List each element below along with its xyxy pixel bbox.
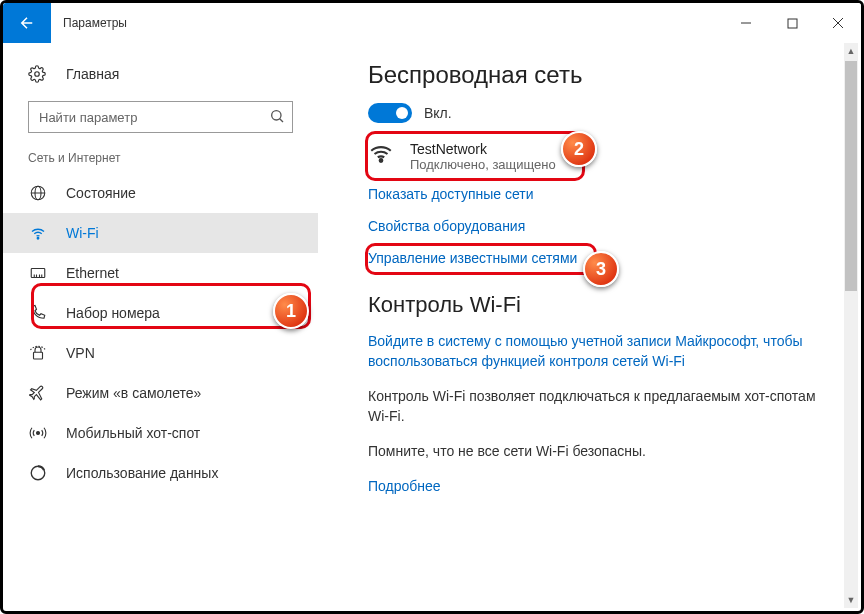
svg-point-4 [35,72,40,77]
category-label: Сеть и Интернет [3,147,318,173]
close-button[interactable] [815,3,861,43]
globe-icon [28,184,48,202]
annotation-badge-3: 3 [583,251,619,287]
sidebar-item-status[interactable]: Состояние [3,173,318,213]
sidebar-item-label: Wi-Fi [66,225,99,241]
titlebar: Параметры [3,3,861,43]
search-box [28,101,293,133]
back-button[interactable] [3,3,51,43]
sidebar-item-label: Состояние [66,185,136,201]
main-content: Беспроводная сеть Вкл. TestNetwork Подкл… [318,43,861,611]
scroll-down-arrow[interactable]: ▼ [844,592,858,608]
annotation-badge-1: 1 [273,293,309,329]
sidebar-item-label: Ethernet [66,265,119,281]
connected-network[interactable]: TestNetwork Подключено, защищено [368,141,831,172]
network-name: TestNetwork [410,141,556,157]
phone-icon [28,304,48,322]
link-signin[interactable]: Войдите в систему с помощью учетной запи… [368,332,831,371]
svg-rect-11 [31,269,45,278]
wifi-toggle[interactable] [368,103,412,123]
sidebar-item-hotspot[interactable]: Мобильный хот-спот [3,413,318,453]
body-text-2: Помните, что не все сети Wi-Fi безопасны… [368,442,831,462]
home-label: Главная [66,66,119,82]
window-title: Параметры [63,16,127,30]
scroll-thumb[interactable] [845,61,857,291]
close-icon [832,17,844,29]
wifi-signal-icon [368,141,396,167]
minimize-icon [740,17,752,29]
minimize-button[interactable] [723,3,769,43]
ethernet-icon [28,264,48,282]
sidebar-item-wifi[interactable]: Wi-Fi [3,213,318,253]
home-button[interactable]: Главная [3,55,318,93]
sidebar-item-dialup[interactable]: Набор номера [3,293,318,333]
maximize-button[interactable] [769,3,815,43]
airplane-icon [28,384,48,402]
svg-rect-16 [34,352,43,359]
search-input[interactable] [28,101,293,133]
sidebar-item-label: VPN [66,345,95,361]
hotspot-icon [28,424,48,442]
vertical-scrollbar[interactable]: ▲ ▼ [844,43,858,608]
network-status: Подключено, защищено [410,157,556,172]
sidebar: Главная Сеть и Интернет Состояние Wi-Fi … [3,43,318,611]
sidebar-item-label: Мобильный хот-спот [66,425,200,441]
sidebar-item-label: Режим «в самолете» [66,385,201,401]
lock-icon [28,344,48,362]
page-heading: Беспроводная сеть [368,61,831,89]
link-show-networks[interactable]: Показать доступные сети [368,186,831,202]
svg-point-19 [380,159,383,162]
maximize-icon [787,18,798,29]
sidebar-item-data-usage[interactable]: Использование данных [3,453,318,493]
svg-rect-1 [788,19,797,28]
data-usage-icon [28,464,48,482]
link-more[interactable]: Подробнее [368,478,831,494]
gear-icon [28,65,48,83]
wifi-toggle-label: Вкл. [424,105,452,121]
link-hardware-props[interactable]: Свойства оборудования [368,218,831,234]
wifi-icon [28,224,48,242]
annotation-badge-2: 2 [561,131,597,167]
arrow-left-icon [18,14,36,32]
scroll-up-arrow[interactable]: ▲ [844,43,858,59]
sidebar-item-vpn[interactable]: VPN [3,333,318,373]
svg-point-10 [37,238,39,240]
sidebar-item-ethernet[interactable]: Ethernet [3,253,318,293]
sidebar-item-label: Использование данных [66,465,218,481]
sidebar-item-label: Набор номера [66,305,160,321]
body-text-1: Контроль Wi-Fi позволяет подключаться к … [368,387,831,426]
svg-point-17 [37,432,40,435]
sidebar-item-airplane[interactable]: Режим «в самолете» [3,373,318,413]
section-heading: Контроль Wi-Fi [368,292,831,318]
